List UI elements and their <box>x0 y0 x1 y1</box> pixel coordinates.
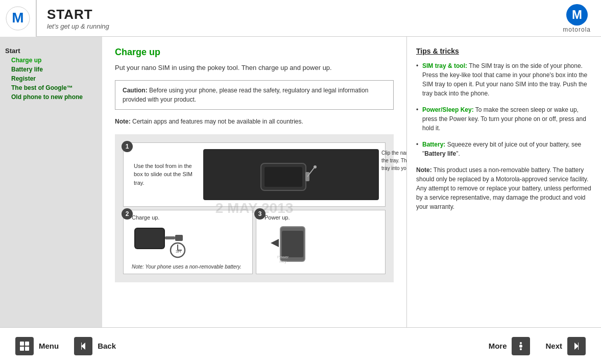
tip-sim-keyword: SIM tray & tool: <box>422 62 467 69</box>
header: M START let's get up & running M motorol… <box>0 0 601 37</box>
footer-left: Menu Back <box>15 337 116 355</box>
next-button[interactable]: Next <box>545 337 586 355</box>
note-body: Certain apps and features may not be ava… <box>132 118 303 125</box>
step1-image: Clip the nano SIM into the tray. Then sl… <box>203 149 379 200</box>
caution-box: Caution: Before using your phone, please… <box>115 80 394 110</box>
battery-note-label: Note: <box>416 166 432 174</box>
more-button[interactable]: More <box>489 337 531 355</box>
back-icon <box>74 337 92 355</box>
next-label: Next <box>545 342 562 350</box>
menu-button[interactable]: Menu <box>15 337 59 355</box>
tip-sim: SIM tray & tool: The SIM tray is on the … <box>416 61 592 98</box>
svg-point-30 <box>519 345 522 348</box>
svg-marker-28 <box>81 343 85 350</box>
note-text: Note: Certain apps and features may not … <box>115 117 394 126</box>
tip-battery: Battery: Squeeze every bit of juice out … <box>416 140 592 158</box>
sidebar-item-battery-life[interactable]: Battery life <box>5 66 97 73</box>
svg-text:M: M <box>12 10 23 26</box>
svg-marker-29 <box>81 343 82 350</box>
svg-marker-33 <box>574 343 579 350</box>
svg-marker-21 <box>271 239 279 247</box>
svg-point-9 <box>314 165 317 168</box>
back-label: Back <box>98 342 116 350</box>
svg-rect-27 <box>25 347 29 351</box>
steps-row2: 2 Charge up. <box>123 210 386 274</box>
battery-note-text: This product uses a non-removable batter… <box>416 166 591 210</box>
svg-point-31 <box>520 342 522 344</box>
svg-rect-12 <box>165 236 175 239</box>
svg-rect-26 <box>20 347 24 351</box>
step3-label: Power up. <box>265 214 381 221</box>
battery-note: Note: This product uses a non-removable … <box>416 165 592 211</box>
caution-label: Caution: <box>123 87 148 94</box>
right-panel: Tips & tricks SIM tray & tool: The SIM t… <box>407 37 601 327</box>
svg-text:Power: Power <box>277 255 289 259</box>
center-panel: Charge up Put your nano SIM in using the… <box>102 37 407 327</box>
svg-text:Key: Key <box>279 259 286 264</box>
page-subtitle: let's get up & running <box>47 22 563 30</box>
more-icon <box>512 337 530 355</box>
svg-rect-11 <box>135 229 164 248</box>
svg-rect-13 <box>175 235 183 241</box>
motorola-logo-right: M motorola <box>563 4 601 33</box>
step1-box: 1 Use the tool from in the box to slide … <box>123 142 386 207</box>
caution-text: Before using your phone, please read the… <box>123 87 368 103</box>
sidebar-item-old-phone[interactable]: Old phone to new phone <box>5 93 97 101</box>
tips-title: Tips & tricks <box>416 47 592 55</box>
step2-note: Note: Your phone uses a non-removable ba… <box>132 264 248 270</box>
steps-diagram: 2 MAY 2013 1 Use the tool from in the bo… <box>115 134 394 282</box>
motorola-logo-left: M <box>0 0 37 37</box>
tip-power: Power/Sleep Key: To make the screen slee… <box>416 105 592 133</box>
more-label: More <box>489 342 507 350</box>
sidebar-item-charge-up[interactable]: Charge up <box>5 57 97 64</box>
tips-list: SIM tray & tool: The SIM tray is on the … <box>416 61 592 158</box>
step3-box: 3 Power up. Power Key <box>256 210 386 274</box>
step2-box: 2 Charge up. <box>123 210 253 274</box>
step1-instruction: Use the tool from in the box to slide ou… <box>134 162 195 187</box>
footer-right: More Next <box>489 337 586 355</box>
svg-rect-25 <box>25 342 29 346</box>
step3-number: 3 <box>254 208 266 220</box>
menu-label: Menu <box>39 342 59 350</box>
tip-battery-keyword: Battery: <box>422 141 445 148</box>
intro-text: Put your nano SIM in using the pokey too… <box>115 63 394 73</box>
svg-text:M: M <box>572 8 582 21</box>
sidebar-item-start[interactable]: Start <box>5 47 97 55</box>
step1-side-note: Clip the nano SIM into the tray. Then sl… <box>381 149 407 172</box>
step2-number: 2 <box>122 208 133 220</box>
page-title: START <box>47 7 563 22</box>
svg-rect-6 <box>265 167 302 187</box>
sidebar-item-register[interactable]: Register <box>5 75 97 82</box>
svg-point-32 <box>520 348 522 350</box>
note-label: Note: <box>115 118 131 125</box>
step2-body: 3H <box>132 224 248 262</box>
sidebar-nav: Start Charge up Battery life Register Th… <box>5 47 97 101</box>
motorola-brand-text: motorola <box>563 26 591 33</box>
svg-text:3H: 3H <box>176 249 181 254</box>
header-title-area: START let's get up & running <box>37 7 563 30</box>
tip-battery-text: Squeeze every bit of juice out of your b… <box>422 141 581 157</box>
step2-label: Charge up. <box>132 214 248 221</box>
footer: Menu Back More Next <box>0 327 601 364</box>
sidebar: Start Charge up Battery life Register Th… <box>0 37 102 327</box>
step1-number: 1 <box>122 141 133 152</box>
back-button[interactable]: Back <box>74 337 116 355</box>
main-content: Charge up Put your nano SIM in using the… <box>102 37 601 327</box>
tip-power-keyword: Power/Sleep Key: <box>422 106 474 113</box>
section-title: Charge up <box>115 47 394 58</box>
svg-marker-34 <box>578 343 579 350</box>
svg-rect-20 <box>282 231 303 257</box>
svg-rect-24 <box>20 342 24 346</box>
menu-icon <box>15 337 34 355</box>
next-icon <box>567 337 586 355</box>
sidebar-item-google[interactable]: The best of Google™ <box>5 84 97 91</box>
step3-body: Power Key <box>265 224 381 264</box>
